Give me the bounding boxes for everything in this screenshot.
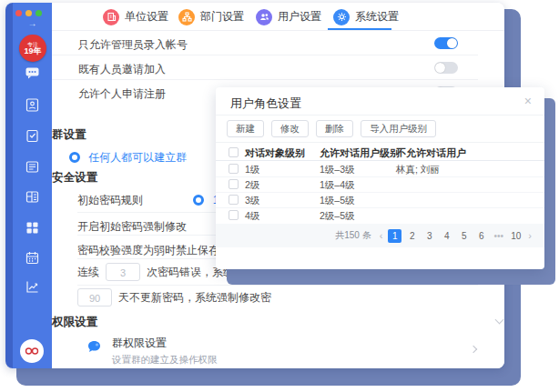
modal-header-divider xyxy=(216,115,544,116)
weak-password-label: 密码校验强度为弱时禁止保存 xyxy=(77,244,219,256)
tab-unit-settings[interactable]: 单位设置 xyxy=(103,3,168,31)
new-button[interactable]: 新建 xyxy=(227,120,264,137)
expire-row: 90 天不更新密码，系统强制修改密 xyxy=(77,288,271,307)
tab-user-settings[interactable]: 用户设置 xyxy=(256,3,321,31)
cell-level: 4级 xyxy=(245,210,259,223)
screenshot-stage: → 专注 19年 xyxy=(0,0,559,392)
modal-toolbar: 新建 修改 删除 导入用户级别 xyxy=(227,120,436,137)
table-row: 2级 1级–4级 xyxy=(216,177,544,193)
row-checkbox[interactable] xyxy=(229,179,239,189)
chevron-right-icon xyxy=(470,346,477,353)
group-permission-subtitle: 设置群的建立及操作权限 xyxy=(112,354,218,367)
total-count: 共150 条 xyxy=(335,229,371,242)
radio-password-rule[interactable] xyxy=(193,195,204,206)
zoom-window-button[interactable] xyxy=(36,10,42,16)
toggle-invite-join[interactable] xyxy=(434,62,458,74)
setting-label: 允许个人申请注册 xyxy=(78,86,166,102)
tab-system-settings[interactable]: 系统设置 xyxy=(333,3,399,31)
row-checkbox[interactable] xyxy=(229,195,239,205)
password-rule-label: 初始密码规则 xyxy=(77,194,143,206)
row-checkbox[interactable] xyxy=(229,164,239,174)
lockout-count-input[interactable]: 3 xyxy=(106,263,140,281)
page-5[interactable]: 5 xyxy=(457,229,471,243)
org-chart-icon xyxy=(178,9,195,25)
top-navigation: 单位设置 部门设置 用户设置 系统设置 xyxy=(52,3,504,31)
active-tab-underline xyxy=(328,28,391,30)
col-header-allowed-levels: 允许对话用户级别 xyxy=(320,146,400,160)
stats-chart-icon[interactable] xyxy=(25,279,40,295)
page-2[interactable]: 2 xyxy=(405,229,419,243)
import-user-level-button[interactable]: 导入用户级别 xyxy=(361,120,436,137)
cell-disallowed: 林真; 刘丽 xyxy=(396,164,440,176)
page-6[interactable]: 6 xyxy=(474,229,488,243)
delete-button[interactable]: 删除 xyxy=(316,120,353,137)
table-row: 4级 2级–5级 xyxy=(216,208,544,224)
group-permission-title: 群权限设置 xyxy=(112,336,218,351)
sidebar: → 专注 19年 xyxy=(13,3,52,368)
user-role-settings-modal: 用户角色设置 × 新建 修改 删除 导入用户级别 对话对象级别 允许对话用户级别… xyxy=(216,87,544,269)
table-row: 3级 1级–5级 xyxy=(216,193,544,208)
page-3[interactable]: 3 xyxy=(422,229,436,243)
page-4[interactable]: 4 xyxy=(440,229,453,243)
lockout-prefix: 连续 xyxy=(77,265,99,280)
company-logo xyxy=(20,339,44,363)
toggle-admin-entry[interactable] xyxy=(434,37,458,49)
tab-label: 部门设置 xyxy=(200,9,244,25)
cell-allowed: 1级–3级 xyxy=(320,164,355,176)
forward-arrow-icon[interactable]: → xyxy=(13,18,52,28)
group-settings-header: 群设置 xyxy=(52,127,86,143)
chevron-down-icon[interactable] xyxy=(495,316,504,325)
building-icon xyxy=(103,9,119,25)
tab-label: 单位设置 xyxy=(125,9,168,25)
setting-label: 既有人员邀请加入 xyxy=(78,62,166,77)
permission-settings-header: 权限设置 xyxy=(52,315,97,330)
setting-label: 只允许管理员录入帐号 xyxy=(78,37,188,53)
page-1[interactable]: 1 xyxy=(388,229,401,243)
badge-text-bottom: 19年 xyxy=(24,47,41,55)
sidebar-dark-rail xyxy=(5,3,13,368)
window-traffic-lights xyxy=(15,10,42,16)
select-all-checkbox[interactable] xyxy=(229,147,239,157)
tab-department-settings[interactable]: 部门设置 xyxy=(178,3,244,31)
modify-button[interactable]: 修改 xyxy=(271,120,309,137)
page-ellipsis: ••• xyxy=(492,229,505,243)
row-checkbox[interactable] xyxy=(229,210,239,220)
setting-row-admin-entry: 只允许管理员录入帐号 xyxy=(52,31,478,55)
pagination-bar: 共150 条 ‹ 1 2 3 4 5 6 ••• 10 › xyxy=(216,224,544,247)
security-settings-header: 安全设置 xyxy=(52,170,97,186)
weak-password-row: 密码校验强度为弱时禁止保存 xyxy=(77,241,219,258)
calendar-icon[interactable] xyxy=(25,250,40,266)
minimize-window-button[interactable] xyxy=(25,10,32,16)
news-icon[interactable] xyxy=(25,159,40,175)
table-header-row: 对话对象级别 允许对话用户级别 不允许对话用户 xyxy=(216,142,544,161)
expire-days-input[interactable]: 90 xyxy=(77,288,112,307)
cell-level: 1级 xyxy=(245,164,259,176)
device-check-icon[interactable] xyxy=(25,128,40,144)
radio-anyone-create-group[interactable] xyxy=(69,152,80,163)
force-change-label: 开启初始密码强制修改 xyxy=(77,220,187,233)
prev-page-icon[interactable]: ‹ xyxy=(378,230,385,241)
force-change-row: 开启初始密码强制修改 xyxy=(77,217,187,235)
contacts-icon[interactable] xyxy=(25,97,40,113)
apps-grid-icon[interactable] xyxy=(25,220,40,236)
group-permission-item[interactable]: 群权限设置 设置群的建立及操作权限 xyxy=(86,336,487,366)
setting-row-invite-join: 既有人员邀请加入 xyxy=(52,55,478,80)
cell-allowed: 1级–4级 xyxy=(320,179,355,192)
media-doc-icon[interactable] xyxy=(25,189,40,205)
tab-label: 系统设置 xyxy=(355,9,399,25)
chat-icon[interactable] xyxy=(25,65,40,81)
col-header-disallowed-users: 不允许对话用户 xyxy=(396,146,466,160)
cell-allowed: 1级–5级 xyxy=(320,195,355,207)
chat-bubble-icon xyxy=(86,339,102,358)
tab-label: 用户设置 xyxy=(278,9,321,25)
next-page-icon[interactable]: › xyxy=(526,230,534,241)
users-icon xyxy=(256,9,272,25)
page-10[interactable]: 10 xyxy=(509,229,523,243)
close-window-button[interactable] xyxy=(15,10,22,16)
cell-allowed: 2级–5级 xyxy=(320,210,355,223)
expire-suffix: 天不更新密码，系统强制修改密 xyxy=(118,290,271,306)
col-header-dialog-level: 对话对象级别 xyxy=(245,146,305,160)
close-icon[interactable]: × xyxy=(524,94,532,108)
table-row: 1级 1级–3级 林真; 刘丽 xyxy=(216,162,544,177)
gear-icon xyxy=(333,9,350,25)
